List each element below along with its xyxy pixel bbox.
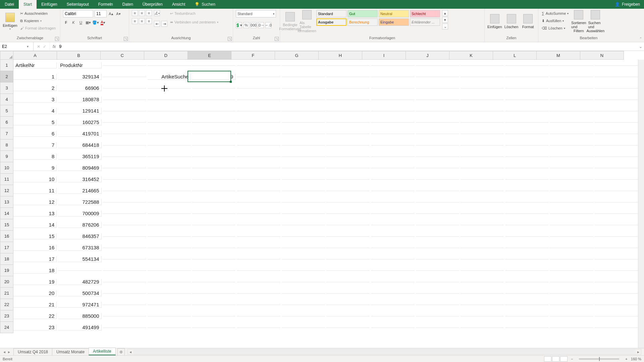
font-name-combo[interactable] — [63, 10, 93, 17]
cell-B18[interactable]: 554134 — [58, 256, 101, 262]
cell-D8[interactable] — [148, 145, 191, 145]
cell-F4[interactable] — [237, 100, 280, 100]
cell-G10[interactable] — [282, 168, 325, 168]
cell-L20[interactable] — [505, 282, 548, 282]
sheet-nav-first[interactable]: ◂ — [3, 350, 5, 354]
cell-G9[interactable] — [282, 157, 325, 157]
cell-E18[interactable] — [192, 259, 235, 259]
cell-N8[interactable] — [595, 145, 638, 145]
cell-A9[interactable]: 8 — [13, 154, 57, 160]
row-header-1[interactable]: 1 — [0, 60, 13, 71]
cell-M24[interactable] — [550, 327, 593, 328]
cell-N7[interactable] — [595, 134, 638, 134]
cell-G15[interactable] — [282, 225, 325, 225]
cell-F21[interactable] — [237, 293, 280, 294]
cell-J7[interactable] — [416, 134, 459, 134]
cell-F8[interactable] — [237, 145, 280, 145]
cell-N15[interactable] — [595, 225, 638, 225]
cell-C18[interactable] — [103, 259, 146, 259]
cell-K11[interactable] — [461, 179, 504, 180]
cell-G3[interactable] — [282, 88, 325, 88]
cell-A23[interactable]: 22 — [13, 313, 57, 319]
cell-K2[interactable] — [461, 77, 504, 77]
cell-I4[interactable] — [371, 100, 414, 100]
cell-F9[interactable] — [237, 157, 280, 157]
cell-M3[interactable] — [550, 88, 593, 88]
cell-E10[interactable] — [192, 168, 235, 168]
cell-D23[interactable] — [148, 316, 191, 316]
collapse-ribbon-button[interactable]: ⌃ — [639, 37, 642, 41]
cell-M9[interactable] — [550, 157, 593, 157]
styles-more[interactable]: ⌄ — [442, 23, 448, 29]
cell-I11[interactable] — [371, 179, 414, 180]
cell-J12[interactable] — [416, 191, 459, 191]
cell-B8[interactable]: 684418 — [58, 142, 101, 148]
cell-H3[interactable] — [326, 88, 370, 88]
cell-M23[interactable] — [550, 316, 593, 316]
cell-G19[interactable] — [282, 270, 325, 271]
cell-B19[interactable] — [58, 270, 101, 271]
cell-F1[interactable] — [237, 65, 280, 66]
tab-pagelayout[interactable]: Seitenlayout — [62, 0, 94, 9]
cell-F13[interactable] — [237, 202, 280, 202]
cell-G14[interactable] — [282, 214, 325, 214]
cell-D21[interactable] — [148, 293, 191, 294]
view-page-break[interactable] — [560, 356, 568, 362]
cell-F3[interactable] — [237, 88, 280, 88]
find-select-button[interactable]: Suchen undAuswählen — [588, 10, 603, 33]
cell-G21[interactable] — [282, 293, 325, 294]
cells-area[interactable]: ArtikelNrProduktNr1329134ArtikeSuche9266… — [13, 60, 638, 350]
style-erklaerend[interactable]: Erklärender ... — [410, 18, 440, 26]
cell-M5[interactable] — [550, 111, 593, 111]
name-box[interactable]: ▾ — [0, 42, 34, 51]
cell-F17[interactable] — [237, 248, 280, 248]
cell-B9[interactable]: 365119 — [58, 154, 101, 160]
cell-D13[interactable] — [148, 202, 191, 202]
tab-insert[interactable]: Einfügen — [37, 0, 62, 9]
clear-button[interactable]: ⌫Löschen▾ — [541, 25, 569, 32]
tell-me-search[interactable]: 💡 Suchen — [190, 0, 215, 9]
cell-G20[interactable] — [282, 282, 325, 282]
align-middle[interactable]: ≡ — [139, 10, 145, 16]
style-gut[interactable]: Gut — [347, 10, 378, 17]
alignment-dialog-launcher[interactable]: ↘ — [228, 37, 232, 41]
cell-C22[interactable] — [103, 305, 146, 305]
italic-button[interactable]: K — [70, 19, 76, 25]
cell-N14[interactable] — [595, 214, 638, 214]
cell-A5[interactable]: 4 — [13, 108, 57, 114]
col-header-I[interactable]: I — [362, 51, 406, 60]
border-button[interactable]: ▦▾ — [85, 19, 91, 25]
decrease-decimal[interactable]: ←.0 — [265, 22, 271, 28]
cell-J9[interactable] — [416, 157, 459, 157]
cell-A8[interactable]: 7 — [13, 142, 57, 148]
decrease-font-button[interactable]: A▾ — [115, 11, 121, 17]
cell-N21[interactable] — [595, 293, 638, 294]
cell-N20[interactable] — [595, 282, 638, 282]
cell-M22[interactable] — [550, 305, 593, 305]
cell-L11[interactable] — [505, 179, 548, 180]
row-header-13[interactable]: 13 — [0, 196, 13, 208]
cell-E6[interactable] — [192, 122, 235, 123]
style-eingabe[interactable]: Eingabe — [379, 18, 409, 26]
row-header-18[interactable]: 18 — [0, 253, 13, 265]
col-header-A[interactable]: A — [13, 51, 57, 60]
cell-C21[interactable] — [103, 293, 146, 294]
clipboard-dialog-launcher[interactable]: ↘ — [55, 37, 59, 41]
cell-L5[interactable] — [505, 111, 548, 111]
cell-J23[interactable] — [416, 316, 459, 316]
cell-C11[interactable] — [103, 179, 146, 180]
cell-B23[interactable]: 885000 — [58, 313, 101, 319]
cell-M1[interactable] — [550, 65, 593, 66]
font-dialog-launcher[interactable]: ↘ — [124, 37, 128, 41]
cell-D10[interactable] — [148, 168, 191, 168]
row-header-2[interactable]: 2 — [0, 71, 13, 82]
cell-I14[interactable] — [371, 214, 414, 214]
cell-I5[interactable] — [371, 111, 414, 111]
cell-A18[interactable]: 17 — [13, 256, 57, 262]
cell-H5[interactable] — [326, 111, 370, 111]
view-page-layout[interactable] — [552, 356, 559, 362]
cell-D9[interactable] — [148, 157, 191, 157]
cell-B20[interactable]: 482729 — [58, 279, 101, 285]
col-header-J[interactable]: J — [406, 51, 449, 60]
cell-D5[interactable] — [148, 111, 191, 111]
